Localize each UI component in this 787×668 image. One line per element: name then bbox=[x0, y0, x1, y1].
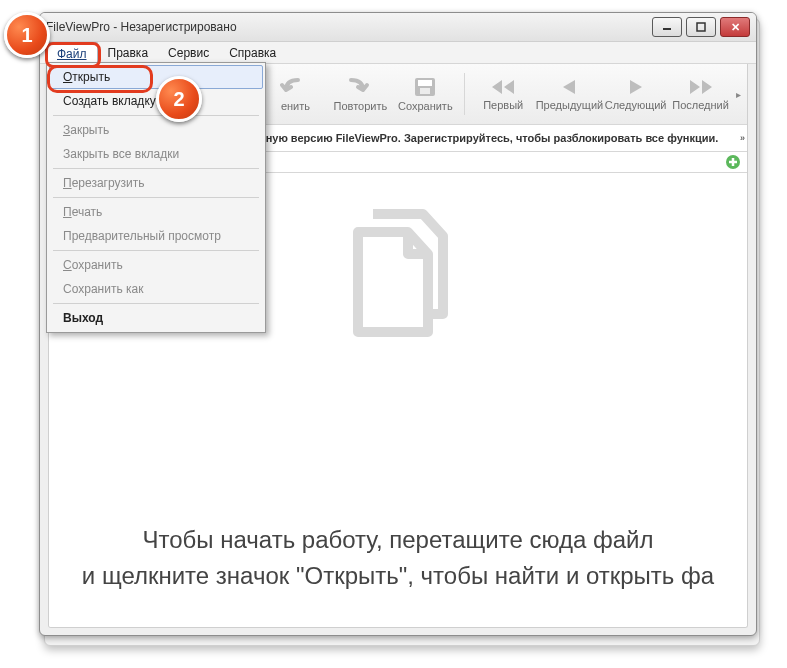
undo-icon bbox=[280, 76, 310, 98]
toolbar-label: Первый bbox=[483, 99, 523, 111]
redo-icon bbox=[345, 76, 375, 98]
menuitem-close[interactable]: Закрыть bbox=[49, 118, 263, 142]
menuitem-exit[interactable]: Выход bbox=[49, 306, 263, 330]
svg-rect-1 bbox=[697, 23, 705, 31]
window-title: FileViewPro - Незарегистрировано bbox=[46, 20, 237, 34]
last-icon bbox=[686, 77, 716, 97]
annotation-box-2 bbox=[47, 65, 153, 93]
drop-hint-line1: Чтобы начать работу, перетащите сюда фай… bbox=[49, 522, 747, 558]
drop-hint: Чтобы начать работу, перетащите сюда фай… bbox=[49, 522, 747, 594]
menuitem-reload[interactable]: Перезагрузить bbox=[49, 171, 263, 195]
menu-help[interactable]: Справка bbox=[219, 42, 286, 63]
stage: { "window": { "title": "FileViewPro - Не… bbox=[0, 0, 787, 668]
document-stack-icon bbox=[328, 192, 468, 352]
menuitem-save[interactable]: Сохранить bbox=[49, 253, 263, 277]
svg-rect-3 bbox=[418, 80, 432, 86]
menubar: Файл Правка Сервис Справка bbox=[40, 42, 756, 64]
toolbar-label: Последний bbox=[672, 99, 729, 111]
toolbar-prev[interactable]: Предыдущий bbox=[536, 73, 603, 115]
toolbar-last[interactable]: Последний bbox=[668, 73, 733, 115]
annotation-marker-1: 1 bbox=[4, 12, 50, 58]
toolbar-redo[interactable]: Повторить bbox=[328, 72, 393, 116]
toolbar-overflow[interactable]: ▸ bbox=[733, 89, 743, 100]
minimize-button[interactable] bbox=[652, 17, 682, 37]
next-icon bbox=[624, 77, 648, 97]
window-controls: ✕ bbox=[648, 17, 750, 37]
add-tab-button[interactable] bbox=[725, 154, 741, 170]
menuitem-print[interactable]: Печать bbox=[49, 200, 263, 224]
first-icon bbox=[488, 77, 518, 97]
menu-edit[interactable]: Правка bbox=[98, 42, 159, 63]
toolbar-label: Сохранить bbox=[398, 100, 453, 112]
toolbar-next[interactable]: Следующий bbox=[603, 73, 668, 115]
menuitem-close-all[interactable]: Закрыть все вкладки bbox=[49, 142, 263, 166]
annotation-marker-2: 2 bbox=[156, 76, 202, 122]
menu-service[interactable]: Сервис bbox=[158, 42, 219, 63]
toolbar-first[interactable]: Первый bbox=[471, 73, 536, 115]
prev-icon bbox=[557, 77, 581, 97]
titlebar[interactable]: FileViewPro - Незарегистрировано ✕ bbox=[40, 13, 756, 42]
menuitem-preview[interactable]: Предварительный просмотр bbox=[49, 224, 263, 248]
toolbar-label: енить bbox=[281, 100, 310, 112]
toolbar-undo[interactable]: енить bbox=[263, 72, 328, 116]
maximize-button[interactable] bbox=[686, 17, 716, 37]
notice-scroll-icon[interactable]: » bbox=[740, 125, 745, 151]
drop-hint-line2: и щелкните значок "Открыть", чтобы найти… bbox=[49, 558, 747, 594]
menuitem-save-as[interactable]: Сохранить как bbox=[49, 277, 263, 301]
toolbar-label: Повторить bbox=[334, 100, 388, 112]
save-icon bbox=[412, 76, 438, 98]
svg-rect-4 bbox=[420, 88, 430, 94]
toolbar-save[interactable]: Сохранить bbox=[393, 72, 458, 116]
plus-icon bbox=[725, 154, 741, 170]
notice-text: нную версию FileViewPro. Зарегистрируйте… bbox=[259, 132, 718, 144]
close-button[interactable]: ✕ bbox=[720, 17, 750, 37]
toolbar-label: Предыдущий bbox=[536, 99, 603, 111]
toolbar-label: Следующий bbox=[605, 99, 667, 111]
